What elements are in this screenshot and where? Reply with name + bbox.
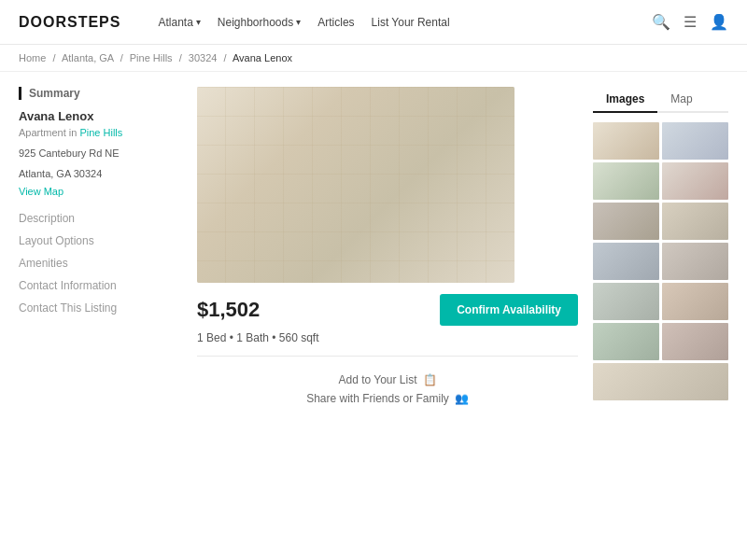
breadcrumb-atlanta[interactable]: Atlanta, GA [62, 52, 114, 63]
brand-logo[interactable]: DOORSTEPS [19, 14, 120, 31]
thumbnail-6[interactable] [662, 203, 728, 240]
thumbnail-wide[interactable] [593, 363, 728, 400]
breadcrumb-home[interactable]: Home [19, 52, 46, 63]
nav-link-list-rental[interactable]: List Your Rental [372, 16, 450, 29]
main-image-placeholder [197, 87, 514, 283]
pricing-row: $1,502 Confirm Availability [197, 294, 578, 326]
property-address-line1: 925 Cantebury Rd NE [19, 146, 167, 162]
gallery-tabs: Images Map [593, 87, 728, 113]
tile-pattern-overlay [197, 87, 514, 283]
thumbnail-9[interactable] [593, 283, 659, 320]
tab-images[interactable]: Images [593, 87, 657, 113]
sidebar-nav-contact-listing[interactable]: Contact This Listing [19, 301, 167, 315]
add-to-list-link[interactable]: Add to Your List 📋 [338, 373, 436, 386]
content-area: Summary Avana Lenox Apartment in Pine Hi… [0, 72, 747, 427]
thumbnail-11[interactable] [593, 323, 659, 360]
nav-link-articles[interactable]: Articles [317, 16, 354, 29]
gallery-panel: Images Map [593, 87, 728, 413]
share-link[interactable]: Share with Friends or Family 👥 [306, 392, 469, 405]
property-details: 1 Bed • 1 Bath • 560 sqft [197, 331, 578, 344]
thumbnail-3[interactable] [593, 162, 659, 200]
thumbnail-1[interactable] [593, 122, 659, 160]
search-icon[interactable]: 🔍 [652, 13, 670, 31]
main-image [197, 87, 514, 283]
thumbnail-2[interactable] [662, 122, 728, 160]
nav-icons: 🔍 ☰ 👤 [652, 13, 728, 31]
thumbnail-4[interactable] [662, 162, 728, 200]
property-type-link[interactable]: Pine Hills [79, 127, 122, 138]
property-name: Avana Lenox [19, 109, 167, 123]
action-links: Add to Your List 📋 Share with Friends or… [197, 366, 578, 413]
property-address-line2: Atlanta, GA 30324 [19, 166, 167, 183]
sidebar-nav: Description Layout Options Amenities Con… [19, 212, 167, 315]
divider-1 [197, 356, 578, 357]
thumbnail-12[interactable] [662, 323, 728, 360]
nav-link-atlanta[interactable]: Atlanta [158, 16, 200, 29]
breadcrumb-current: Avana Lenox [233, 52, 292, 63]
main-content: $1,502 Confirm Availability 1 Bed • 1 Ba… [182, 87, 593, 413]
nav-link-neighborhoods[interactable]: Neighborhoods [218, 16, 301, 29]
confirm-availability-button[interactable]: Confirm Availability [440, 294, 578, 326]
property-type: Apartment in Pine Hills [19, 127, 167, 138]
nav-links: Atlanta Neighborhoods Articles List Your… [158, 16, 652, 29]
menu-icon[interactable]: ☰ [684, 13, 697, 31]
navbar: DOORSTEPS Atlanta Neighborhoods Articles… [0, 0, 747, 45]
sidebar-nav-contact-info[interactable]: Contact Information [19, 279, 167, 292]
share-icon: 👥 [455, 392, 469, 405]
account-icon[interactable]: 👤 [710, 13, 728, 31]
breadcrumb-pine-hills[interactable]: Pine Hills [130, 52, 173, 63]
sidebar-nav-amenities[interactable]: Amenities [19, 257, 167, 270]
property-price: $1,502 [197, 298, 260, 322]
breadcrumb-zip[interactable]: 30324 [189, 52, 218, 63]
thumbnail-8[interactable] [662, 243, 728, 280]
tab-map[interactable]: Map [657, 87, 705, 113]
sidebar-nav-layout[interactable]: Layout Options [19, 234, 167, 247]
add-list-icon: 📋 [423, 373, 437, 386]
thumbnail-5[interactable] [593, 203, 659, 240]
thumbnail-7[interactable] [593, 243, 659, 280]
thumbnail-grid [593, 122, 728, 400]
view-map-link[interactable]: View Map [19, 186, 167, 197]
thumbnail-10[interactable] [662, 283, 728, 320]
sidebar: Summary Avana Lenox Apartment in Pine Hi… [19, 87, 182, 413]
sidebar-nav-description[interactable]: Description [19, 212, 167, 225]
sidebar-section-title: Summary [19, 87, 167, 100]
breadcrumb: Home / Atlanta, GA / Pine Hills / 30324 … [0, 45, 747, 72]
